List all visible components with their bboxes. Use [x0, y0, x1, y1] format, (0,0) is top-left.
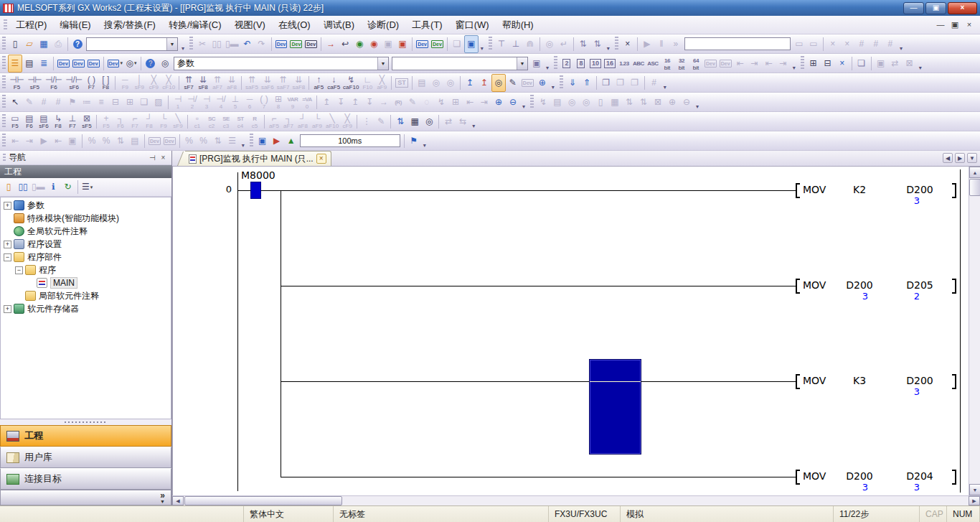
sfc-rule-st[interactable]: STc4	[233, 113, 248, 131]
window-select-combo[interactable]: ▼	[86, 37, 178, 51]
interlink-edit[interactable]: ✎	[22, 93, 37, 111]
rung-3-operand-2[interactable]: D204	[891, 470, 948, 483]
device-batch-replace[interactable]: Dev	[71, 55, 86, 73]
chevron-down-icon[interactable]: ▼	[166, 38, 177, 50]
note[interactable]: ◎	[429, 74, 443, 92]
st-application[interactable]: ⊞8	[271, 93, 286, 111]
print[interactable]: ⎙	[51, 35, 65, 53]
intelligent-2[interactable]: ⇥	[22, 132, 37, 150]
comment-display[interactable]: ⇅	[576, 35, 590, 53]
rising-pulse[interactable]: ⇈sF7	[182, 74, 196, 92]
tree-item-3[interactable]: +程序设置	[1, 238, 171, 251]
display-string[interactable]: ABC	[631, 55, 646, 73]
vertical-line[interactable]: │sF9	[132, 74, 146, 92]
horizontal-line[interactable]: ─F9	[118, 74, 132, 92]
write-mode[interactable]: ⊥	[509, 35, 523, 53]
tree-item-5[interactable]: −程序	[1, 264, 171, 276]
find-device[interactable]: ◎	[542, 35, 557, 53]
window-tile[interactable]: ❏	[137, 93, 151, 111]
sfc-arrow-1[interactable]: ⌐aF5	[267, 113, 281, 131]
rising-pulse-closed[interactable]: ⇈saF5	[244, 74, 260, 92]
display-64bit[interactable]: 64bit	[689, 55, 703, 73]
open-contact[interactable]: ⊣⊢F5	[8, 74, 26, 92]
edge-fall-2[interactable]: ↧	[362, 93, 377, 111]
delete-rung[interactable]: ╳aF9	[374, 74, 389, 92]
output-window[interactable]: ≣	[37, 55, 51, 73]
toolbar-overflow-icon[interactable]: ▾	[522, 103, 525, 110]
shift-right[interactable]: ⇥	[477, 93, 491, 111]
break-pause[interactable]: ‖	[654, 35, 669, 53]
undo[interactable]: ↶	[240, 35, 255, 53]
scroll-left-icon[interactable]: ◀	[172, 496, 184, 505]
simulation-flag[interactable]: ⚑	[407, 132, 421, 150]
ladder-edit-toggle[interactable]: ✎	[506, 74, 520, 92]
menu-item-3[interactable]: 转换/编译(C)	[162, 17, 228, 34]
expand-all[interactable]: ⊞	[806, 55, 821, 73]
comment-balloon[interactable]: ◌	[420, 93, 434, 111]
menu-item-5[interactable]: 在线(O)	[272, 17, 317, 34]
fb-zoom-in[interactable]: ⊕	[665, 93, 679, 111]
cut[interactable]: ✂	[195, 35, 209, 53]
toolbar-overflow-icon[interactable]: ▾	[552, 84, 555, 90]
quick-edit[interactable]: ↯	[434, 93, 448, 111]
label-4[interactable]: ☰	[225, 132, 240, 150]
closed-contact-branch[interactable]: ⊣/⊢sF6	[64, 74, 84, 92]
collapse-structure[interactable]: ⊟	[108, 93, 123, 111]
rung-1-operand-1[interactable]: D200	[831, 279, 888, 292]
device-next[interactable]: ⇥	[748, 55, 762, 73]
reset-coil[interactable]: (R)	[391, 93, 405, 111]
rung-0-operand-1[interactable]: K2	[831, 184, 888, 196]
nav-property[interactable]: ℹ	[47, 178, 61, 196]
sfc-attribute-2[interactable]: ✎	[374, 113, 388, 131]
tab-list-icon[interactable]: ▼	[967, 153, 977, 163]
st-var-assign[interactable]: =VA0	[300, 93, 314, 111]
display-octal[interactable]: 8	[574, 55, 588, 73]
tab-scroll-right-icon[interactable]: ▶	[955, 153, 965, 163]
sfc-selection-convergence[interactable]: ⌐F7	[128, 113, 142, 131]
window-close[interactable]: ❐	[613, 74, 628, 92]
menu-item-0[interactable]: 工程(P)	[9, 17, 53, 34]
tab-main[interactable]: [PRG]监视 执行中 MAIN (只... ×	[185, 151, 331, 166]
remote-operation[interactable]: ▣	[395, 35, 410, 53]
st-coil[interactable]: ⊥5	[228, 93, 242, 111]
cc-link-diagnostics[interactable]: ⇄	[888, 55, 903, 73]
edge-relay[interactable]: ∟F10	[360, 74, 374, 92]
find-value-combo[interactable]: ▼	[392, 57, 528, 70]
sfc-rule-sc[interactable]: SCc2	[204, 113, 219, 131]
sfc-sort[interactable]: ⇅	[393, 113, 407, 131]
find-device-toolbar[interactable]: ◎▾	[124, 55, 138, 73]
grid-toggle[interactable]: #	[647, 74, 661, 92]
device-test-1[interactable]: Dev	[703, 55, 718, 73]
label-1[interactable]: %	[182, 132, 197, 150]
fb-column-2[interactable]: ▦	[608, 93, 622, 111]
ladder-cursor[interactable]	[589, 359, 641, 455]
toolbar-overflow-icon[interactable]: ▾	[664, 84, 666, 90]
intelligent-1[interactable]: ⇤	[8, 132, 22, 150]
tree-expander-icon[interactable]: +	[4, 241, 11, 248]
collapse-all[interactable]: ⊟	[821, 55, 835, 73]
window-cascade[interactable]: ❐	[599, 74, 613, 92]
simulation-monitor[interactable]: ▣	[255, 132, 270, 150]
nav-close-icon[interactable]: ×	[158, 154, 169, 162]
read-from-plc[interactable]: ↩	[338, 35, 352, 53]
menu-item-7[interactable]: 诊断(D)	[361, 17, 405, 34]
sfc-end-step[interactable]: ⊥F7	[65, 113, 80, 131]
monitor-watch-stop[interactable]: ◉	[367, 35, 381, 53]
device-assign-1[interactable]: Dev	[147, 132, 162, 150]
inline-edit-blue[interactable]: ↥	[463, 74, 477, 92]
scroll-up-icon[interactable]: ▲	[969, 167, 980, 178]
select-mode[interactable]: ↖	[8, 93, 22, 111]
invert-operation-result[interactable]: ↑aF5	[311, 74, 326, 92]
fb-note-1[interactable]: ◎	[565, 93, 579, 111]
statement[interactable]: ▤	[415, 74, 429, 92]
zoom-out[interactable]: ⊖	[506, 93, 520, 111]
break-condition-field[interactable]	[684, 37, 791, 50]
rung-2-operand-1[interactable]: K3	[831, 375, 888, 387]
sfc-block-list[interactable]: ▦	[407, 113, 422, 131]
ladder-canvas[interactable]: MOVK2D2003MOVD200D20532MOVK3D2003MOVD200…	[172, 167, 969, 495]
write-to-plc[interactable]: →	[324, 35, 338, 53]
label-2[interactable]: %	[197, 132, 211, 150]
edge-rise-2[interactable]: ↥	[348, 93, 362, 111]
menu-item-8[interactable]: 工具(T)	[405, 17, 449, 34]
tab-scroll-left-icon[interactable]: ◀	[943, 153, 953, 163]
